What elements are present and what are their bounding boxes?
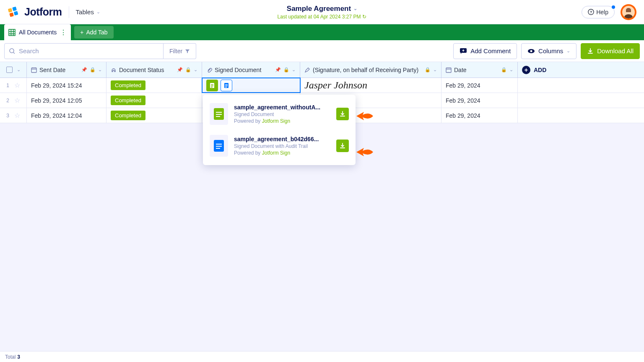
chevron-down-icon[interactable]: ⌄ <box>98 67 102 72</box>
search-input[interactable] <box>19 47 159 54</box>
row-number-cell[interactable]: 3☆ <box>0 108 27 123</box>
columns-label: Columns <box>538 47 563 54</box>
chevron-down-icon[interactable]: ⌄ <box>292 67 296 72</box>
add-column-label: ADD <box>534 67 546 73</box>
table-header-row: ⌄ Sent Date 📌🔒⌄ Document Status 📌🔒⌄ Sign… <box>0 62 644 78</box>
empty-cell <box>518 108 644 123</box>
column-label: (Signature, on behalf of Receiving Party… <box>313 67 418 73</box>
column-label: Sent Date <box>39 67 65 73</box>
column-sent-date[interactable]: Sent Date 📌🔒⌄ <box>27 62 106 78</box>
total-label: Total <box>5 354 16 360</box>
file-name: sample_agreement_withoutA... <box>234 104 330 111</box>
document-title: Sample Agreement <box>287 5 351 13</box>
status-cell[interactable]: Completed <box>106 108 202 123</box>
download-button[interactable] <box>336 140 349 152</box>
tables-dropdown[interactable]: Tables ⌄ <box>76 8 100 16</box>
svg-rect-1 <box>12 6 17 11</box>
row-number: 2 <box>6 98 9 103</box>
pen-icon <box>304 67 310 73</box>
column-add[interactable]: + ADD <box>518 62 644 78</box>
column-document-status[interactable]: Document Status 📌🔒⌄ <box>106 62 202 78</box>
audit-doc-icon[interactable] <box>221 80 232 91</box>
file-name: sample_agreement_b042d66... <box>234 136 330 142</box>
status-cell[interactable]: Completed <box>106 93 202 108</box>
document-title-row[interactable]: Sample Agreement ⌄ <box>278 5 367 13</box>
table-row[interactable]: 1☆ Feb 29, 2024 15:24 Completed Jasper J… <box>0 78 644 93</box>
help-label: Help <box>596 9 608 16</box>
headset-icon <box>111 67 117 73</box>
download-button[interactable] <box>336 108 349 120</box>
add-comment-button[interactable]: Add Comment <box>453 43 517 59</box>
dropdown-item[interactable]: sample_agreement_b042d66... Signed Docum… <box>203 130 356 162</box>
chevron-down-icon[interactable]: ⌄ <box>509 67 513 72</box>
sent-date-cell[interactable]: Feb 29, 2024 12:05 <box>27 93 106 108</box>
date-cell[interactable]: Feb 29, 2024 <box>441 93 518 108</box>
powered-by: Powered by Jotform Sign <box>234 150 330 156</box>
calendar-icon <box>31 67 37 73</box>
svg-point-11 <box>10 49 14 53</box>
star-icon[interactable]: ☆ <box>14 96 20 104</box>
star-icon[interactable]: ☆ <box>14 81 20 89</box>
column-date[interactable]: Date 🔒⌄ <box>441 62 518 78</box>
jotform-sign-link[interactable]: Jotform Sign <box>262 118 290 124</box>
chevron-down-icon[interactable]: ⌄ <box>194 67 197 72</box>
tab-all-documents[interactable]: All Documents ⋮ <box>4 24 71 40</box>
status-cell[interactable]: Completed <box>106 78 202 93</box>
column-signature[interactable]: (Signature, on behalf of Receiving Party… <box>300 62 441 78</box>
column-label: Document Status <box>119 67 164 73</box>
pin-icon: 📌 <box>177 67 183 72</box>
add-column-button[interactable]: + ADD <box>522 66 546 74</box>
date-cell[interactable]: Feb 29, 2024 <box>441 108 518 123</box>
chevron-down-icon[interactable]: ⌄ <box>433 67 437 72</box>
filter-button[interactable]: Filter <box>164 43 196 59</box>
download-all-label: Download All <box>597 47 634 54</box>
add-tab-button[interactable]: + Add Tab <box>74 26 113 39</box>
add-comment-label: Add Comment <box>470 47 511 54</box>
refresh-icon[interactable]: ↻ <box>362 14 366 20</box>
search-box[interactable] <box>4 43 164 59</box>
lock-icon: 🔒 <box>425 67 431 72</box>
tab-menu-icon[interactable]: ⋮ <box>60 28 67 36</box>
svg-rect-18 <box>31 68 36 72</box>
column-label: Signed Document <box>215 67 261 73</box>
column-signed-document[interactable]: Signed Document 📌🔒⌄ <box>202 62 300 78</box>
select-all-checkbox[interactable] <box>6 67 13 73</box>
svg-text:?: ? <box>590 10 592 14</box>
header-select-all[interactable]: ⌄ <box>0 62 27 78</box>
signed-document-dropdown: sample_agreement_withoutA... Signed Docu… <box>203 95 356 165</box>
header-center: Sample Agreement ⌄ Last updated at 04 Ap… <box>278 5 367 20</box>
logo[interactable]: Jotform <box>8 6 62 18</box>
help-button[interactable]: ? Help <box>582 6 615 18</box>
svg-rect-6 <box>9 29 15 36</box>
plus-icon: + <box>80 29 83 36</box>
file-subtitle: Signed Document <box>234 111 330 117</box>
chevron-down-icon: ⌄ <box>96 9 100 15</box>
sent-date-cell[interactable]: Feb 29, 2024 15:24 <box>27 78 106 93</box>
dropdown-item[interactable]: sample_agreement_withoutA... Signed Docu… <box>203 98 356 130</box>
app-header: Jotform Tables ⌄ Sample Agreement ⌄ Last… <box>0 0 644 24</box>
notification-dot <box>612 5 615 9</box>
tab-label: All Documents <box>19 29 57 36</box>
jotform-sign-link[interactable]: Jotform Sign <box>262 150 290 156</box>
row-number-cell[interactable]: 2☆ <box>0 93 27 108</box>
signature-cell[interactable]: Jasper Johnson <box>300 78 441 93</box>
user-avatar[interactable] <box>621 4 636 20</box>
header-divider <box>69 6 69 18</box>
annotation-arrow <box>356 146 373 158</box>
columns-button[interactable]: Columns ⌄ <box>521 43 576 59</box>
star-icon[interactable]: ☆ <box>14 111 20 119</box>
sent-date-cell[interactable]: Feb 29, 2024 12:04 <box>27 108 106 123</box>
document-icons[interactable] <box>206 80 232 91</box>
signed-doc-icon[interactable] <box>206 80 218 91</box>
tabs-bar: All Documents ⋮ + Add Tab <box>0 24 644 40</box>
pin-icon: 📌 <box>81 67 87 72</box>
lock-icon: 🔒 <box>283 67 289 72</box>
calendar-icon <box>446 67 452 73</box>
signed-document-cell[interactable] <box>202 78 300 93</box>
chevron-down-icon[interactable]: ⌄ <box>17 67 21 72</box>
annotation-arrow <box>356 110 373 122</box>
date-cell[interactable]: Feb 29, 2024 <box>441 78 518 93</box>
row-number-cell[interactable]: 1☆ <box>0 78 27 93</box>
download-all-button[interactable]: Download All <box>581 43 640 59</box>
dropdown-item-info: sample_agreement_withoutA... Signed Docu… <box>234 104 330 124</box>
